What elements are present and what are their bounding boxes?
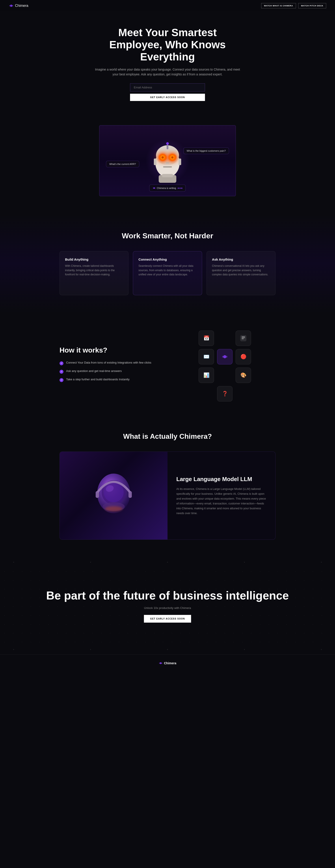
svg-point-21: [155, 188, 155, 188]
integrations-grid: 📅 ✉️ 🔴 📊 🎨: [199, 331, 251, 401]
what-chimera-title: What is Actually Chimera?: [60, 432, 275, 440]
svg-rect-24: [242, 338, 245, 338]
svg-rect-11: [166, 162, 169, 163]
integration-gmail: ✉️: [199, 349, 214, 365]
chat-bubble-right: What is the biggest customers pain?: [183, 148, 229, 154]
svg-rect-25: [242, 339, 244, 339]
how-it-works-section: How it works? ✓ Connect Your Data from t…: [0, 313, 335, 419]
what-text-side: Large Language Model LLM At its essence,…: [167, 452, 275, 539]
svg-rect-23: [242, 337, 245, 337]
helmet-svg: [92, 465, 136, 526]
svg-rect-13: [154, 158, 157, 165]
svg-rect-22: [240, 335, 246, 341]
robot-svg: [150, 139, 185, 183]
hero-subtitle: Imagine a world where your data speaks y…: [93, 67, 242, 77]
typing-indicator: [178, 188, 182, 189]
step-check-1: ✓: [60, 361, 64, 365]
card-ask-title: Ask Anything: [212, 257, 270, 261]
how-step-3: ✓ Take a step further and build dashboar…: [60, 378, 161, 382]
future-cta-button[interactable]: GET EARLY ACCESS SOON: [144, 615, 191, 623]
svg-point-1: [9, 5, 10, 6]
step-text-1: Connect Your Data from tons of existing …: [66, 361, 152, 364]
svg-point-36: [105, 506, 123, 512]
integration-analytics: 📊: [199, 368, 214, 383]
how-step-2: ✓ Ask any question and get real-time ans…: [60, 369, 161, 374]
svg-point-31: [104, 483, 124, 502]
step-check-3: ✓: [60, 378, 64, 382]
card-connect-text: Seamlessly connect Chimera with all your…: [138, 264, 196, 277]
svg-point-20: [153, 188, 154, 188]
step-check-2: ✓: [60, 370, 64, 374]
early-access-button[interactable]: GET EARLY ACCESS SOON: [130, 94, 205, 101]
card-build-title: Build Anything: [65, 257, 123, 261]
integration-unknown: ❓: [217, 386, 233, 401]
work-smarter-section: Work Smarter, Not Harder Build Anything …: [0, 214, 335, 313]
svg-point-28: [226, 356, 228, 358]
feature-cards-grid: Build Anything With Chimera, create tail…: [60, 251, 275, 295]
integration-chimera-center: [217, 349, 233, 365]
footer: Chimera: [0, 654, 335, 672]
card-build: Build Anything With Chimera, create tail…: [60, 251, 129, 295]
chimera-small-icon: [153, 187, 156, 190]
llm-text: At its essence, Chimera is a Large Langu…: [176, 487, 266, 516]
svg-point-16: [166, 142, 169, 145]
work-smarter-content: Work Smarter, Not Harder Build Anything …: [46, 214, 289, 313]
card-build-text: With Chimera, create tailored dashboards…: [65, 264, 123, 277]
svg-point-10: [171, 156, 173, 158]
svg-rect-15: [167, 145, 168, 149]
watch-what-button[interactable]: WATCH WHAT IS CHIMERA: [261, 3, 296, 8]
chat-bubble-bottom: Chimera is writing: [149, 185, 186, 192]
work-smarter-title: Work Smarter, Not Harder: [60, 231, 275, 240]
step-text-2: Ask any question and get real-time answe…: [66, 369, 122, 373]
navigation: Chimera WATCH WHAT IS CHIMERA WATCH PITC…: [0, 0, 335, 11]
hero-image-wrapper: What's the current ARR? What is the bigg…: [90, 125, 245, 196]
email-input[interactable]: [130, 83, 205, 92]
svg-point-38: [159, 663, 160, 664]
svg-point-2: [12, 5, 13, 6]
what-chimera-section: What is Actually Chimera?: [46, 419, 289, 557]
future-title: Be part of the future of business intell…: [9, 589, 326, 602]
integration-figma: 🎨: [236, 368, 251, 383]
how-title: How it works?: [60, 346, 161, 354]
card-connect: Connect Anything Seamlessly connect Chim…: [133, 251, 202, 295]
dot-row-bottom: [0, 645, 335, 654]
watch-pitch-button[interactable]: WATCH PITCH DECK: [298, 3, 326, 8]
hero-title: Meet Your Smartest Employee, Who Knows E…: [93, 27, 242, 63]
card-connect-title: Connect Anything: [138, 257, 196, 261]
dot-row-top: [0, 557, 335, 567]
chimera-logo-icon: [9, 3, 14, 8]
how-step-1: ✓ Connect Your Data from tons of existin…: [60, 361, 161, 365]
integration-calendar: 📅: [199, 331, 214, 346]
what-inner-container: Large Language Model LLM At its essence,…: [60, 452, 275, 540]
svg-rect-14: [178, 158, 181, 165]
svg-rect-18: [162, 174, 173, 177]
how-left: How it works? ✓ Connect Your Data from t…: [60, 346, 161, 386]
nav-buttons: WATCH WHAT IS CHIMERA WATCH PITCH DECK: [261, 3, 326, 8]
footer-logo-icon: [159, 661, 163, 665]
svg-rect-12: [163, 166, 172, 167]
integration-notion: [236, 331, 251, 346]
svg-point-9: [162, 156, 164, 158]
svg-point-27: [222, 356, 224, 358]
nav-logo-text: Chimera: [15, 4, 28, 8]
llm-title: Large Language Model LLM: [176, 475, 266, 483]
card-ask-text: Chimera's conversational AI lets you ask…: [212, 264, 270, 277]
hero-image-container: What's the current ARR? What is the bigg…: [99, 125, 236, 196]
footer-logo: Chimera: [9, 661, 326, 665]
step-text-3: Take a step further and build dashboards…: [66, 378, 130, 381]
integration-hubspot: 🔴: [236, 349, 251, 365]
robot-visual: What's the current ARR? What is the bigg…: [99, 125, 236, 196]
footer-logo-text: Chimera: [164, 661, 176, 665]
future-section: Be part of the future of business intell…: [0, 567, 335, 645]
future-subtitle: Unlock 10x productivity with Chimera: [9, 606, 326, 610]
card-ask: Ask Anything Chimera's conversational AI…: [206, 251, 275, 295]
svg-point-39: [161, 663, 162, 664]
how-content: How it works? ✓ Connect Your Data from t…: [46, 313, 289, 419]
nav-logo: Chimera: [9, 3, 28, 8]
chat-bubble-left: What's the current ARR?: [106, 161, 139, 167]
hero-section: Meet Your Smartest Employee, Who Knows E…: [84, 0, 251, 125]
hero-input-group: GET EARLY ACCESS SOON: [93, 83, 242, 101]
integrations-right: 📅 ✉️ 🔴 📊 🎨: [174, 331, 275, 401]
what-image-side: [60, 452, 167, 539]
